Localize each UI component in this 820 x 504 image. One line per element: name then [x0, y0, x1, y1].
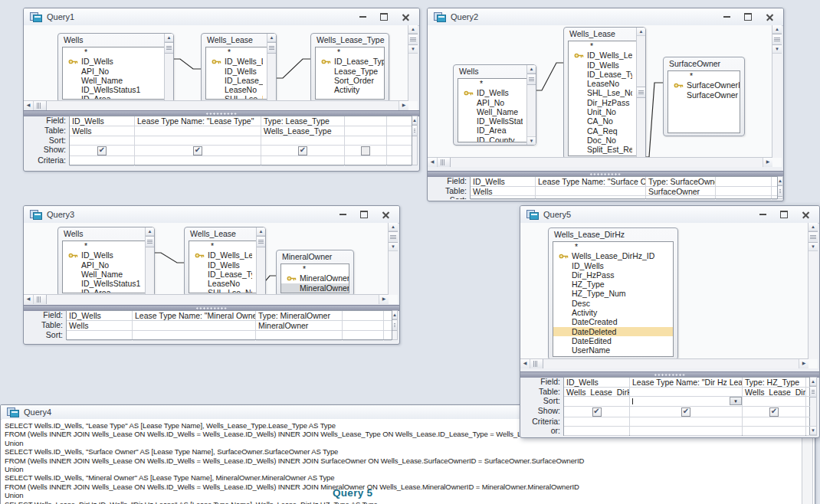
table-name[interactable]: Wells: [454, 65, 536, 77]
grid-table-cell[interactable]: [343, 321, 383, 331]
grid-field-cell[interactable]: Lease Type Name: "Lease Type": [135, 116, 261, 126]
table-scrollbar[interactable]: ▲▼: [526, 65, 536, 145]
show-checkbox[interactable]: ✔: [193, 146, 202, 155]
grid-sort-cell[interactable]: [343, 331, 383, 341]
grid-criteria-cell[interactable]: [135, 156, 261, 166]
table-field-asterisk[interactable]: *: [316, 47, 384, 57]
scroll-up-icon[interactable]: ▲: [778, 177, 782, 185]
table-field[interactable]: API_No: [63, 67, 160, 76]
table-name[interactable]: MineralOwner: [277, 250, 353, 263]
minimize-button[interactable]: [335, 209, 350, 221]
table-field[interactable]: SHL_Lse_No: [569, 88, 632, 97]
scrollbar-thumb[interactable]: [146, 236, 154, 247]
query3-titlebar[interactable]: Query3: [24, 206, 399, 224]
scroll-up-icon[interactable]: ▲: [810, 378, 816, 386]
grid-show-cell[interactable]: [345, 146, 386, 156]
grid-show-cell[interactable]: ✔: [630, 407, 742, 417]
table-card-wells-lease-dirhz[interactable]: Wells_Lease_DirHz*Wells_Lease_DirHz_IDID…: [548, 227, 678, 360]
grid-or-cell[interactable]: [564, 427, 629, 436]
grid-or-cell[interactable]: [630, 427, 742, 436]
grid-sort-cell[interactable]: [564, 397, 629, 407]
scroll-up-icon[interactable]: ▲: [412, 116, 417, 125]
scroll-left-icon[interactable]: ◀: [24, 101, 34, 110]
sort-dropdown-button[interactable]: ▼: [730, 397, 742, 405]
horizontal-scrollbar[interactable]: ◀ ▶: [24, 294, 389, 304]
grid-empty-cell[interactable]: [387, 156, 412, 166]
grid-show-cell[interactable]: ✔: [564, 407, 629, 417]
table-card-wells-lease[interactable]: Wells_Lease*ID_Wells_LeaseID_WellsID_Lea…: [184, 227, 266, 296]
grid-sort-cell[interactable]: [471, 196, 535, 200]
grid-empty-cell[interactable]: [387, 126, 412, 136]
table-field[interactable]: ID_Wells_Lease: [206, 57, 263, 66]
grid-sort-cell[interactable]: [646, 196, 715, 200]
grid-sort-cell[interactable]: [133, 331, 255, 341]
scrollbar-thumb[interactable]: [412, 125, 417, 136]
scroll-down-icon[interactable]: ▼: [772, 45, 782, 54]
grid-field-cell[interactable]: Type: Lease_Type: [261, 116, 344, 126]
query1-titlebar[interactable]: Query1: [24, 8, 419, 26]
table-field-asterisk[interactable]: *: [458, 79, 523, 88]
table-card-wells-lease[interactable]: Wells_Lease*ID_Wells_LeaseID_WellsID_Lea…: [201, 33, 277, 103]
table-field[interactable]: ID_Wells: [63, 250, 141, 260]
grid-criteria-cell[interactable]: [261, 156, 344, 166]
grid-table-cell[interactable]: Wells_Lease_Type: [261, 126, 344, 136]
table-name[interactable]: Wells_Lease_Type: [311, 34, 389, 46]
show-checkbox[interactable]: ✔: [97, 146, 107, 155]
scroll-left-icon[interactable]: ◀: [520, 359, 530, 368]
table-field[interactable]: SurfaceOwnerID: [569, 155, 632, 156]
grid-vertical-scrollbar[interactable]: ▲: [392, 310, 398, 340]
table-field[interactable]: ID_Wells: [458, 88, 523, 97]
table-field[interactable]: ID_Wells: [189, 260, 252, 270]
table-card-surfaceowner[interactable]: SurfaceOwner*SurfaceOwnerIDSurfaceOwner: [663, 57, 745, 136]
table-field-asterisk[interactable]: *: [569, 41, 632, 51]
grid-field-cell[interactable]: [343, 311, 383, 321]
table-field[interactable]: ID_WellsStatus1: [63, 279, 141, 288]
grid-field-cell[interactable]: ID_Wells: [471, 177, 535, 187]
table-field[interactable]: MineralOwner: [281, 283, 349, 293]
scrollbar-thumb[interactable]: [438, 158, 451, 167]
scroll-left-icon[interactable]: ◀: [24, 295, 34, 304]
table-field[interactable]: CA_Req: [569, 126, 632, 136]
minimize-button[interactable]: [355, 11, 370, 23]
grid-empty-cell[interactable]: [384, 311, 392, 321]
scrollbar-thumb[interactable]: [392, 319, 397, 331]
scroll-up-icon[interactable]: ▲: [809, 223, 818, 231]
table-name[interactable]: Wells_Lease: [202, 34, 276, 46]
table-card-wells-lease-type[interactable]: Wells_Lease_Type*ID_Lease_TypeLease_Type…: [310, 33, 389, 103]
table-field[interactable]: DateDeleted: [553, 327, 673, 336]
grid-table-cell[interactable]: Wells_Lease_DirHz: [743, 388, 805, 397]
table-field[interactable]: ID_Lease_Type: [206, 76, 263, 85]
grid-empty-cell[interactable]: [772, 187, 777, 196]
scroll-down-icon[interactable]: ▼: [810, 426, 816, 435]
close-button[interactable]: [398, 11, 413, 23]
grid-show-cell[interactable]: ✔: [743, 407, 805, 417]
grid-empty-cell[interactable]: [772, 196, 777, 200]
table-field[interactable]: ID_Wells: [206, 67, 263, 76]
grid-empty-cell[interactable]: [772, 177, 777, 187]
grid-sort-cell[interactable]: [67, 331, 132, 341]
table-field[interactable]: ID_Area: [63, 288, 141, 293]
scroll-down-icon[interactable]: ▼: [389, 243, 398, 251]
grid-field-cell[interactable]: Type: HZ_Type: [743, 378, 805, 388]
table-card-wells[interactable]: Wells*ID_WellsAPI_NoWell_NameID_WellsSta…: [57, 33, 174, 103]
scroll-down-icon[interactable]: ▼: [809, 243, 818, 251]
table-scrollbar[interactable]: ▲: [164, 34, 173, 102]
table-field[interactable]: ID_Area: [458, 126, 523, 135]
table-name[interactable]: Wells_Lease: [564, 28, 645, 40]
table-field[interactable]: API_No: [63, 260, 141, 270]
vertical-scrollbar[interactable]: ▲ ▼: [772, 25, 782, 158]
table-field-asterisk[interactable]: *: [553, 242, 673, 251]
table-field[interactable]: LeaseNo: [569, 79, 632, 88]
scrollbar-thumb[interactable]: [165, 42, 173, 54]
grid-criteria-cell[interactable]: [630, 417, 742, 427]
grid-field-cell[interactable]: [345, 116, 386, 126]
grid-sort-cell[interactable]: [256, 331, 342, 341]
table-field[interactable]: ID_Wells_Lease: [189, 250, 252, 260]
scrollbar-thumb[interactable]: [772, 34, 782, 45]
scrollbar-thumb[interactable]: [34, 101, 47, 110]
scroll-left-icon[interactable]: ◀: [428, 158, 438, 167]
vertical-scrollbar[interactable]: ▲ ▼: [388, 223, 398, 295]
scroll-right-icon[interactable]: ▶: [399, 101, 408, 110]
grid-table-cell[interactable]: [630, 388, 742, 397]
grid-table-cell[interactable]: [135, 126, 261, 136]
